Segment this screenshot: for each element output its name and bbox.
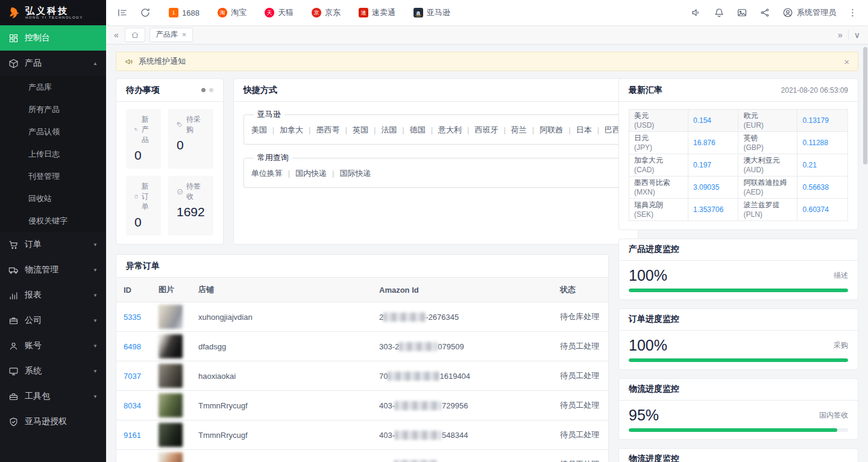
notice-text[interactable]: 系统维护通知 [139, 56, 186, 67]
sidebar-item-toolbox[interactable]: 工具包 ▼ [0, 384, 106, 409]
shortcut-link-ae[interactable]: 阿联酋 [527, 125, 563, 134]
sidebar-item-system[interactable]: 系统 ▼ [0, 358, 106, 384]
sidebar-item-label: 公司 [25, 315, 42, 326]
close-icon[interactable]: × [182, 30, 187, 39]
sidebar-subitem-all-products[interactable]: 所有产品 [0, 98, 106, 120]
shortcut-link-jp[interactable]: 日本 [563, 125, 591, 134]
share-network-icon[interactable] [760, 7, 770, 18]
sidebar-item-reports[interactable]: 报表 ▼ [0, 283, 106, 308]
order-id-link[interactable]: 8034 [124, 401, 141, 410]
todo-item-pending-purchase[interactable]: 待采购 0 [168, 109, 213, 169]
product-image[interactable] [159, 393, 183, 417]
caret-up-icon: ▲ [93, 61, 98, 66]
amazon-id: 701619404 [379, 372, 470, 381]
carousel-dot[interactable] [209, 88, 213, 92]
topbar: 1 1688 淘 淘宝 天 天猫 京 京东 速 速卖通 [106, 0, 868, 25]
card-title: 产品进度监控 [629, 244, 679, 255]
marketplace-link-aliexpress[interactable]: 速 速卖通 [359, 7, 395, 18]
shortcut-link-unit-convert[interactable]: 单位换算 [251, 169, 283, 178]
sidebar-item-product[interactable]: 产品 ▲ [0, 51, 106, 76]
sidebar-item-logistics[interactable]: 物流管理 ▼ [0, 257, 106, 283]
order-id-link[interactable]: 9161 [124, 431, 141, 440]
volume-icon[interactable] [691, 7, 702, 18]
shortcut-link-fr[interactable]: 法国 [368, 125, 397, 134]
shortcut-link-intl-express[interactable]: 国际快递 [327, 169, 371, 178]
order-id-link[interactable]: 5335 [124, 313, 141, 322]
scrollbar-thumb[interactable] [863, 47, 867, 164]
rate-row: 美元(USD) 0.154 欧元(EUR) 0.13179 [629, 110, 848, 132]
shortcut-link-nl[interactable]: 荷兰 [498, 125, 526, 134]
marketplace-label: 淘宝 [231, 7, 247, 18]
sidebar-item-amazon-auth[interactable]: 亚马逊授权 [0, 409, 106, 434]
tabs-scroll-right-icon[interactable]: » [836, 30, 844, 40]
monitor-card-header: 物流进度监控 [619, 379, 858, 401]
todo-label: 新订单 [142, 181, 153, 212]
order-id-link[interactable]: 7037 [124, 372, 141, 381]
monitor-card-body: 100% 采购 [619, 331, 858, 369]
main-area: 1 1688 淘 淘宝 天 天猫 京 京东 速 速卖通 [106, 0, 868, 462]
todo-item-pending-receipt[interactable]: 待签收 1692 [168, 176, 213, 236]
app-logo[interactable]: 弘义科技 HONG YI TECHNOLOGY [0, 0, 106, 25]
collapse-menu-icon[interactable] [117, 7, 128, 18]
sidebar-subitem-listing-manage[interactable]: 刊登管理 [0, 165, 106, 187]
tabs-dropdown-icon[interactable]: ∨ [848, 30, 862, 40]
shortcut-link-us[interactable]: 美国 [251, 125, 267, 134]
progress-bar [629, 428, 848, 432]
product-image[interactable] [159, 364, 183, 388]
shortcut-link-br[interactable]: 巴西 [592, 125, 620, 134]
product-image[interactable] [159, 452, 183, 462]
marketplace-link-taobao[interactable]: 淘 淘宝 [218, 7, 247, 18]
product-image[interactable] [159, 305, 183, 329]
shortcut-link-es[interactable]: 西班牙 [462, 125, 498, 134]
bell-icon[interactable] [714, 7, 725, 18]
shortcut-link-uk[interactable]: 英国 [340, 125, 368, 134]
shortcut-link-ca[interactable]: 加拿大 [267, 125, 303, 134]
shortcut-link-mx[interactable]: 墨西哥 [303, 125, 339, 134]
sidebar-item-label: 账号 [25, 340, 42, 351]
todo-item-new-order[interactable]: 新订单 0 [126, 176, 161, 236]
redacted-segment [383, 313, 426, 322]
sidebar-subitem-upload-log[interactable]: 上传日志 [0, 143, 106, 165]
sidebar-subitem-recycle-bin[interactable]: 回收站 [0, 187, 106, 210]
order-id-link[interactable]: 6498 [124, 342, 141, 351]
sidebar-subitem-product-claim[interactable]: 产品认领 [0, 120, 106, 143]
order-id-link[interactable]: 9502 [124, 460, 141, 462]
tabs-scroll-left-icon[interactable]: « [112, 30, 121, 40]
marketplace-link-amazon[interactable]: a 亚马逊 [414, 7, 450, 18]
subitem-label: 侵权关键字 [28, 216, 68, 226]
marketplace-link-1688[interactable]: 1 1688 [169, 8, 200, 17]
carousel-dot-active[interactable] [201, 88, 206, 92]
marketplace-link-tmall[interactable]: 天 天猫 [265, 7, 294, 18]
todo-item-new-product[interactable]: 新产品 0 [126, 109, 161, 169]
sidebar-subitem-infringing-keywords[interactable]: 侵权关键字 [0, 210, 106, 232]
vertical-scrollbar[interactable] [863, 46, 867, 462]
cube-icon [8, 58, 19, 69]
more-menu-icon[interactable]: ⋮ [848, 7, 857, 18]
document-icon [134, 193, 139, 201]
shortcut-link-it[interactable]: 意大利 [426, 125, 462, 134]
tab-home[interactable] [125, 28, 145, 42]
sidebar-item-orders[interactable]: 订单 ▼ [0, 232, 106, 257]
user-menu[interactable]: 系统管理员 [782, 7, 836, 18]
gallery-icon[interactable] [737, 7, 747, 18]
jd-icon: 京 [312, 8, 321, 17]
close-icon[interactable]: × [844, 57, 849, 67]
product-image[interactable] [159, 423, 183, 447]
sidebar-subitem-product-library[interactable]: 产品库 [0, 76, 106, 98]
shortcut-link-de[interactable]: 德国 [397, 125, 425, 134]
refresh-icon[interactable] [140, 7, 151, 18]
shortcut-link-domestic-express[interactable]: 国内快递 [283, 169, 327, 178]
sidebar-item-account[interactable]: 账号 ▼ [0, 333, 106, 358]
shortcuts-card-header: 快捷方式 [234, 79, 638, 102]
rate-value-cell: 0.60374 [797, 198, 848, 220]
product-image[interactable] [159, 334, 183, 358]
sidebar-item-console[interactable]: 控制台 [0, 25, 106, 51]
card-title: 异常订单 [126, 261, 160, 272]
rate-value-cell: 3.09035 [688, 176, 738, 198]
rate-name-cell: 墨西哥比索(MXN) [629, 176, 688, 198]
sidebar-item-company[interactable]: 公司 ▼ [0, 308, 106, 333]
rate-name-cell: 欧元(EUR) [738, 110, 797, 132]
tab-product-library[interactable]: 产品库 × [149, 28, 193, 42]
marketplace-link-jd[interactable]: 京 京东 [312, 7, 341, 18]
dashboard-top-row: 待办事项 [116, 78, 609, 245]
